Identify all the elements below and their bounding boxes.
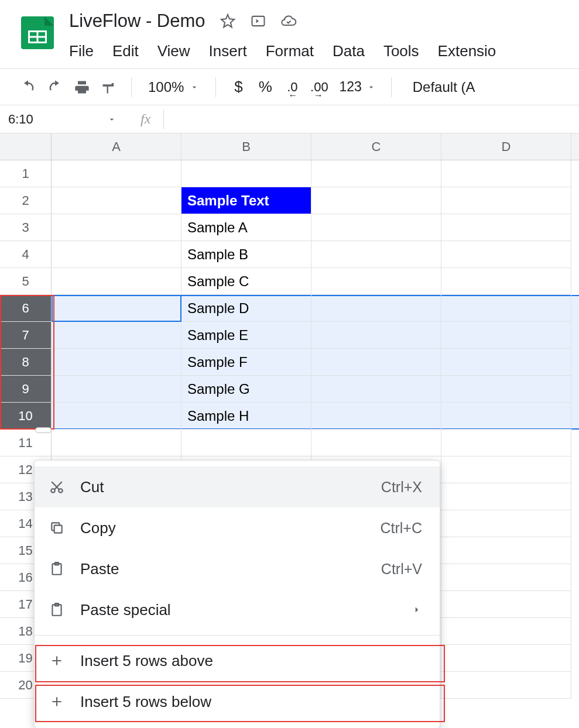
cell[interactable] bbox=[52, 349, 181, 376]
cell[interactable] bbox=[52, 322, 181, 349]
cell[interactable] bbox=[52, 403, 181, 430]
cell[interactable] bbox=[311, 376, 441, 403]
cell[interactable] bbox=[441, 376, 571, 403]
cell[interactable] bbox=[441, 214, 571, 241]
ctx-paste[interactable]: Paste Ctrl+V bbox=[35, 548, 440, 589]
cell[interactable] bbox=[52, 214, 181, 241]
col-header-b[interactable]: B bbox=[181, 133, 311, 160]
cell[interactable] bbox=[311, 430, 441, 456]
row-header[interactable]: 3 bbox=[0, 214, 52, 241]
cell[interactable] bbox=[441, 510, 571, 537]
ctx-insert-rows-below[interactable]: Insert 5 rows below bbox=[35, 681, 440, 699]
menu-format[interactable]: Format bbox=[266, 42, 314, 60]
cell[interactable] bbox=[311, 403, 441, 430]
row-header[interactable]: 11 bbox=[0, 430, 52, 456]
cell[interactable]: Sample F bbox=[181, 349, 311, 376]
increase-decimal-button[interactable]: .00→ bbox=[307, 75, 331, 99]
format-123-dropdown[interactable]: 123 bbox=[334, 79, 380, 95]
cell[interactable] bbox=[441, 403, 571, 430]
undo-button[interactable] bbox=[16, 75, 40, 99]
cell[interactable] bbox=[441, 430, 571, 456]
cell[interactable] bbox=[441, 618, 571, 645]
cell[interactable] bbox=[311, 214, 441, 241]
cell[interactable] bbox=[441, 564, 571, 591]
cell[interactable] bbox=[441, 268, 571, 295]
move-icon[interactable] bbox=[250, 13, 266, 29]
cell[interactable] bbox=[441, 187, 571, 214]
col-header-a[interactable]: A bbox=[52, 133, 181, 160]
cell[interactable] bbox=[181, 160, 311, 187]
ctx-paste-special[interactable]: Paste special bbox=[35, 589, 440, 630]
cell[interactable] bbox=[311, 187, 441, 214]
cell[interactable] bbox=[181, 430, 311, 456]
decrease-decimal-button[interactable]: .0← bbox=[280, 75, 304, 99]
cell[interactable] bbox=[441, 645, 571, 672]
menu-view[interactable]: View bbox=[157, 42, 190, 60]
cell[interactable]: Sample G bbox=[181, 376, 311, 403]
row-header[interactable]: 5 bbox=[0, 268, 52, 295]
redo-button[interactable] bbox=[43, 75, 67, 99]
cell[interactable] bbox=[441, 349, 571, 376]
menu-extensions[interactable]: Extensio bbox=[438, 42, 496, 60]
cell[interactable] bbox=[441, 537, 571, 564]
cell[interactable] bbox=[52, 376, 181, 403]
ctx-copy[interactable]: Copy Ctrl+C bbox=[35, 507, 440, 548]
cell[interactable]: Sample A bbox=[181, 214, 311, 241]
menu-edit[interactable]: Edit bbox=[112, 42, 139, 60]
font-dropdown[interactable]: Default (A bbox=[402, 79, 475, 95]
sheets-icon[interactable] bbox=[21, 16, 54, 49]
col-header-c[interactable]: C bbox=[311, 133, 441, 160]
cell[interactable]: Sample D bbox=[181, 295, 311, 322]
row-header[interactable]: 10 bbox=[0, 403, 52, 430]
format-percent-button[interactable]: % bbox=[253, 75, 277, 99]
cell[interactable] bbox=[52, 430, 181, 456]
paint-format-button[interactable] bbox=[97, 75, 121, 99]
ctx-cut[interactable]: Cut Ctrl+X bbox=[35, 466, 440, 507]
row-header[interactable]: 8 bbox=[0, 349, 52, 376]
row-header[interactable]: 7 bbox=[0, 322, 52, 349]
cell[interactable] bbox=[311, 160, 441, 187]
cell[interactable] bbox=[441, 160, 571, 187]
cell[interactable] bbox=[311, 349, 441, 376]
cell[interactable] bbox=[52, 241, 181, 268]
col-header-d[interactable]: D bbox=[441, 133, 571, 160]
select-all-corner[interactable] bbox=[0, 133, 52, 160]
cell[interactable]: Sample H bbox=[181, 403, 311, 430]
cell[interactable] bbox=[52, 160, 181, 187]
star-icon[interactable] bbox=[220, 13, 236, 29]
cell[interactable] bbox=[311, 241, 441, 268]
cell[interactable] bbox=[52, 295, 181, 322]
menu-data[interactable]: Data bbox=[333, 42, 365, 60]
menu-file[interactable]: File bbox=[69, 42, 94, 60]
cell[interactable] bbox=[441, 672, 571, 699]
row-header[interactable]: 9 bbox=[0, 376, 52, 403]
cell[interactable] bbox=[441, 483, 571, 510]
name-box[interactable]: 6:10 bbox=[0, 112, 128, 127]
cell[interactable]: Sample B bbox=[181, 241, 311, 268]
menu-tools[interactable]: Tools bbox=[383, 42, 419, 60]
print-button[interactable] bbox=[70, 75, 94, 99]
cell[interactable] bbox=[52, 268, 181, 295]
row-header[interactable]: 4 bbox=[0, 241, 52, 268]
ctx-insert-rows-above[interactable]: Insert 5 rows above bbox=[35, 640, 440, 681]
cell[interactable] bbox=[311, 295, 441, 322]
row-header[interactable]: 6 bbox=[0, 295, 52, 322]
zoom-dropdown[interactable]: 100% bbox=[142, 79, 205, 95]
cell[interactable]: Sample Text bbox=[181, 187, 311, 214]
doc-title[interactable]: LiveFlow - Demo bbox=[69, 11, 205, 32]
selection-handle[interactable] bbox=[35, 427, 52, 433]
cell[interactable] bbox=[441, 241, 571, 268]
format-currency-button[interactable]: $ bbox=[227, 75, 250, 99]
cell[interactable]: Sample C bbox=[181, 268, 311, 295]
cloud-status-icon[interactable] bbox=[280, 13, 297, 29]
row-header[interactable]: 2 bbox=[0, 187, 52, 214]
cell[interactable] bbox=[441, 456, 571, 483]
menu-insert[interactable]: Insert bbox=[209, 42, 247, 60]
cell[interactable] bbox=[52, 187, 181, 214]
cell[interactable] bbox=[441, 591, 571, 618]
cell[interactable] bbox=[441, 295, 571, 322]
cell[interactable] bbox=[311, 268, 441, 295]
cell[interactable] bbox=[441, 322, 571, 349]
cell[interactable] bbox=[311, 322, 441, 349]
row-header[interactable]: 1 bbox=[0, 160, 52, 187]
